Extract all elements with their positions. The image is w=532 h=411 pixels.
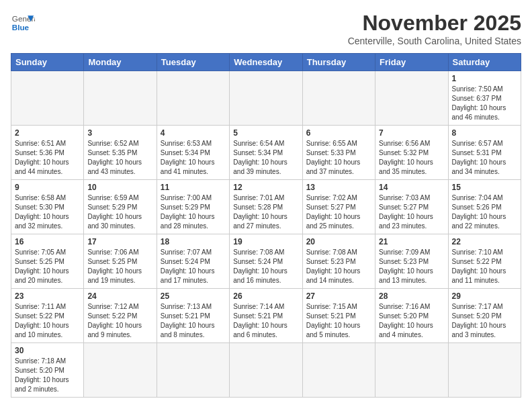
calendar-cell: 21Sunrise: 7:09 AM Sunset: 5:23 PM Dayli… xyxy=(375,234,448,289)
calendar-cell: 22Sunrise: 7:10 AM Sunset: 5:22 PM Dayli… xyxy=(448,234,521,289)
day-number: 7 xyxy=(379,128,444,138)
calendar-cell xyxy=(448,343,521,398)
calendar-cell xyxy=(157,343,229,398)
day-number: 25 xyxy=(161,291,226,301)
day-number: 14 xyxy=(379,183,444,192)
day-info: Sunrise: 7:16 AM Sunset: 5:20 PM Dayligh… xyxy=(379,302,444,340)
col-header-monday: Monday xyxy=(84,54,157,71)
calendar-cell: 10Sunrise: 6:59 AM Sunset: 5:29 PM Dayli… xyxy=(84,180,157,234)
day-number: 30 xyxy=(15,346,80,355)
calendar-cell: 27Sunrise: 7:15 AM Sunset: 5:21 PM Dayli… xyxy=(302,289,375,343)
day-number: 24 xyxy=(87,291,152,301)
day-info: Sunrise: 7:03 AM Sunset: 5:27 PM Dayligh… xyxy=(379,193,444,231)
day-info: Sunrise: 7:10 AM Sunset: 5:22 PM Dayligh… xyxy=(452,248,517,285)
day-number: 27 xyxy=(306,291,371,301)
calendar-cell: 1Sunrise: 7:50 AM Sunset: 6:37 PM Daylig… xyxy=(448,71,521,126)
calendar-cell: 9Sunrise: 6:58 AM Sunset: 5:30 PM Daylig… xyxy=(11,180,84,234)
day-info: Sunrise: 7:12 AM Sunset: 5:22 PM Dayligh… xyxy=(87,302,152,340)
day-number: 28 xyxy=(379,291,444,301)
day-info: Sunrise: 7:18 AM Sunset: 5:20 PM Dayligh… xyxy=(15,357,80,394)
day-info: Sunrise: 6:59 AM Sunset: 5:29 PM Dayligh… xyxy=(87,193,152,231)
location-subtitle: Centerville, South Carolina, United Stat… xyxy=(348,36,521,46)
day-info: Sunrise: 6:55 AM Sunset: 5:33 PM Dayligh… xyxy=(306,139,371,177)
day-info: Sunrise: 6:54 AM Sunset: 5:34 PM Dayligh… xyxy=(233,139,298,177)
calendar-cell: 24Sunrise: 7:12 AM Sunset: 5:22 PM Dayli… xyxy=(84,289,157,343)
calendar-week-row: 16Sunrise: 7:05 AM Sunset: 5:25 PM Dayli… xyxy=(11,234,521,289)
calendar-week-row: 30Sunrise: 7:18 AM Sunset: 5:20 PM Dayli… xyxy=(11,343,521,398)
col-header-thursday: Thursday xyxy=(302,54,375,71)
day-number: 12 xyxy=(233,183,298,192)
calendar-cell: 15Sunrise: 7:04 AM Sunset: 5:26 PM Dayli… xyxy=(448,180,521,234)
day-info: Sunrise: 7:00 AM Sunset: 5:29 PM Dayligh… xyxy=(161,193,226,231)
calendar-cell xyxy=(11,71,84,126)
day-number: 10 xyxy=(87,183,152,192)
calendar-cell xyxy=(375,343,448,398)
day-info: Sunrise: 7:02 AM Sunset: 5:27 PM Dayligh… xyxy=(306,193,371,231)
day-info: Sunrise: 7:08 AM Sunset: 5:24 PM Dayligh… xyxy=(233,248,298,285)
calendar-cell: 3Sunrise: 6:52 AM Sunset: 5:35 PM Daylig… xyxy=(84,126,157,180)
col-header-sunday: Sunday xyxy=(11,54,84,71)
calendar-cell: 28Sunrise: 7:16 AM Sunset: 5:20 PM Dayli… xyxy=(375,289,448,343)
col-header-saturday: Saturday xyxy=(448,54,521,71)
day-info: Sunrise: 7:07 AM Sunset: 5:24 PM Dayligh… xyxy=(161,248,226,285)
day-info: Sunrise: 7:08 AM Sunset: 5:23 PM Dayligh… xyxy=(306,248,371,285)
calendar-cell: 6Sunrise: 6:55 AM Sunset: 5:33 PM Daylig… xyxy=(302,126,375,180)
calendar-cell: 23Sunrise: 7:11 AM Sunset: 5:22 PM Dayli… xyxy=(11,289,84,343)
day-info: Sunrise: 7:50 AM Sunset: 6:37 PM Dayligh… xyxy=(452,85,517,122)
day-info: Sunrise: 7:14 AM Sunset: 5:21 PM Dayligh… xyxy=(233,302,298,340)
calendar-cell: 12Sunrise: 7:01 AM Sunset: 5:28 PM Dayli… xyxy=(230,180,302,234)
calendar-cell: 20Sunrise: 7:08 AM Sunset: 5:23 PM Dayli… xyxy=(302,234,375,289)
day-info: Sunrise: 6:56 AM Sunset: 5:32 PM Dayligh… xyxy=(379,139,444,177)
calendar-week-row: 23Sunrise: 7:11 AM Sunset: 5:22 PM Dayli… xyxy=(11,289,521,343)
logo-area: General Blue xyxy=(11,11,35,35)
day-number: 11 xyxy=(161,183,226,192)
day-number: 21 xyxy=(379,237,444,246)
calendar-cell: 2Sunrise: 6:51 AM Sunset: 5:36 PM Daylig… xyxy=(11,126,84,180)
day-info: Sunrise: 6:51 AM Sunset: 5:36 PM Dayligh… xyxy=(15,139,80,177)
calendar-cell: 4Sunrise: 6:53 AM Sunset: 5:34 PM Daylig… xyxy=(157,126,229,180)
calendar-cell xyxy=(302,71,375,126)
day-number: 17 xyxy=(87,237,152,246)
day-number: 19 xyxy=(233,237,298,246)
day-info: Sunrise: 7:06 AM Sunset: 5:25 PM Dayligh… xyxy=(87,248,152,285)
calendar-cell: 29Sunrise: 7:17 AM Sunset: 5:20 PM Dayli… xyxy=(448,289,521,343)
calendar-cell: 19Sunrise: 7:08 AM Sunset: 5:24 PM Dayli… xyxy=(230,234,302,289)
col-header-wednesday: Wednesday xyxy=(230,54,302,71)
day-number: 5 xyxy=(233,128,298,138)
calendar-week-row: 2Sunrise: 6:51 AM Sunset: 5:36 PM Daylig… xyxy=(11,126,521,180)
day-info: Sunrise: 7:04 AM Sunset: 5:26 PM Dayligh… xyxy=(452,193,517,231)
calendar-cell xyxy=(302,343,375,398)
day-info: Sunrise: 7:05 AM Sunset: 5:25 PM Dayligh… xyxy=(15,248,80,285)
calendar-cell xyxy=(230,343,302,398)
calendar-table: SundayMondayTuesdayWednesdayThursdayFrid… xyxy=(11,53,521,398)
day-info: Sunrise: 6:53 AM Sunset: 5:34 PM Dayligh… xyxy=(161,139,226,177)
col-header-friday: Friday xyxy=(375,54,448,71)
calendar-week-row: 9Sunrise: 6:58 AM Sunset: 5:30 PM Daylig… xyxy=(11,180,521,234)
calendar-cell: 25Sunrise: 7:13 AM Sunset: 5:21 PM Dayli… xyxy=(157,289,229,343)
day-number: 29 xyxy=(452,291,517,301)
day-info: Sunrise: 7:15 AM Sunset: 5:21 PM Dayligh… xyxy=(306,302,371,340)
day-number: 3 xyxy=(87,128,152,138)
day-number: 23 xyxy=(15,291,80,301)
day-info: Sunrise: 6:52 AM Sunset: 5:35 PM Dayligh… xyxy=(87,139,152,177)
day-number: 18 xyxy=(161,237,226,246)
day-info: Sunrise: 7:09 AM Sunset: 5:23 PM Dayligh… xyxy=(379,248,444,285)
calendar-cell xyxy=(157,71,229,126)
day-number: 9 xyxy=(15,183,80,192)
day-number: 6 xyxy=(306,128,371,138)
calendar-cell: 13Sunrise: 7:02 AM Sunset: 5:27 PM Dayli… xyxy=(302,180,375,234)
generalblue-logo-icon: General Blue xyxy=(11,11,35,35)
day-number: 15 xyxy=(452,183,517,192)
day-number: 8 xyxy=(452,128,517,138)
day-number: 13 xyxy=(306,183,371,192)
calendar-cell: 8Sunrise: 6:57 AM Sunset: 5:31 PM Daylig… xyxy=(448,126,521,180)
day-info: Sunrise: 7:17 AM Sunset: 5:20 PM Dayligh… xyxy=(452,302,517,340)
month-title: November 2025 xyxy=(348,11,521,36)
calendar-cell: 30Sunrise: 7:18 AM Sunset: 5:20 PM Dayli… xyxy=(11,343,84,398)
calendar-cell xyxy=(230,71,302,126)
day-info: Sunrise: 6:58 AM Sunset: 5:30 PM Dayligh… xyxy=(15,193,80,231)
day-info: Sunrise: 7:11 AM Sunset: 5:22 PM Dayligh… xyxy=(15,302,80,340)
svg-text:Blue: Blue xyxy=(12,23,30,32)
page-header: General Blue November 2025 Centerville, … xyxy=(11,11,521,46)
calendar-cell xyxy=(375,71,448,126)
